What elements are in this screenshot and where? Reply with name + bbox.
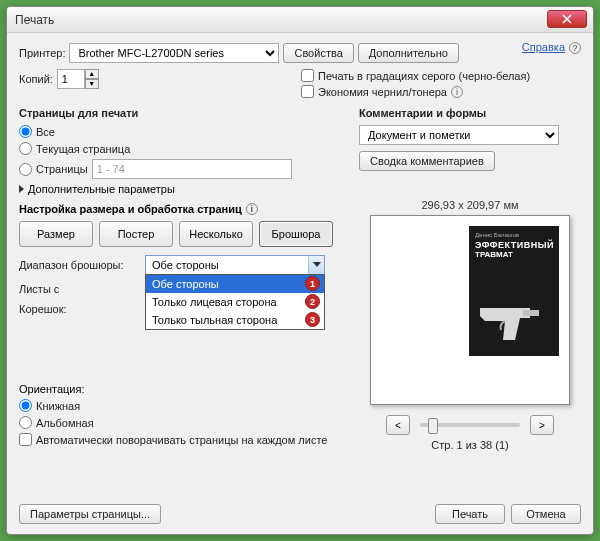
close-button[interactable] [547,10,587,28]
grayscale-label: Печать в градациях серого (черно-белая) [318,70,530,82]
preview-prev-button[interactable]: < [386,415,410,435]
pages-current-radio[interactable] [19,142,32,155]
advanced-button[interactable]: Дополнительно [358,43,459,63]
pages-group-title: Страницы для печати [19,107,339,119]
sizing-title: Настройка размера и обработка страниц [19,203,242,215]
badge-icon: 2 [305,294,320,309]
tab-size[interactable]: Размер [19,221,93,247]
info-icon: i [451,86,463,98]
booklet-range-combo[interactable]: Обе стороны [145,255,325,275]
preview-next-button[interactable]: > [530,415,554,435]
dropdown-item-label: Обе стороны [152,278,219,290]
booklet-range-dropdown: Обе стороны1 Только лицевая сторона2 Тол… [145,274,325,330]
printer-label: Принтер: [19,47,65,59]
tab-poster[interactable]: Постер [99,221,173,247]
comments-select[interactable]: Документ и пометки [359,125,559,145]
booklet-range-value: Обе стороны [152,259,219,271]
pages-all-radio[interactable] [19,125,32,138]
preview-dimensions: 296,93 x 209,97 мм [359,199,581,211]
triangle-icon [19,185,24,193]
orientation-portrait-label: Книжная [36,400,80,412]
badge-icon: 3 [305,312,320,327]
pages-range-input[interactable] [92,159,292,179]
right-column: Комментарии и формы Документ и пометки С… [359,107,581,451]
orientation-title: Ориентация: [19,383,339,395]
preview-page-status: Стр. 1 из 38 (1) [359,439,581,451]
pistol-icon [475,288,545,348]
preview-slider[interactable] [420,423,520,427]
inksave-checkbox[interactable] [301,85,314,98]
dropdown-item[interactable]: Обе стороны1 [146,275,324,293]
cover-title-1: ЭФФЕКТИВНЫЙ [475,240,553,250]
copies-input[interactable] [57,69,85,89]
info-icon: i [246,203,258,215]
orientation-portrait-radio[interactable] [19,399,32,412]
dropdown-item-label: Только тыльная сторона [152,314,277,326]
left-column: Страницы для печати Все Текущая страница… [19,107,339,451]
booklet-range-label: Диапазон брошюры: [19,259,139,271]
cover-author: Денис Балашов [475,232,553,238]
help-link[interactable]: Справка? [522,41,581,54]
autorotate-checkbox[interactable] [19,433,32,446]
print-preview: Денис Балашов ЭФФЕКТИВНЫЙ ТРАВМАТ [370,215,570,405]
print-button[interactable]: Печать [435,504,505,524]
window-title: Печать [15,13,54,27]
help-link-label: Справка [522,41,565,53]
printer-select[interactable]: Brother MFC-L2700DN series [69,43,279,63]
dropdown-item[interactable]: Только лицевая сторона2 [146,293,324,311]
preview-page: Денис Балашов ЭФФЕКТИВНЫЙ ТРАВМАТ [469,226,559,356]
help-icon: ? [569,42,581,54]
dropdown-item[interactable]: Только тыльная сторона3 [146,311,324,329]
tab-multiple[interactable]: Несколько [179,221,253,247]
grayscale-checkbox[interactable] [301,69,314,82]
copies-down-button[interactable]: ▼ [85,79,99,89]
dialog-body: Справка? Принтер: Brother MFC-L2700DN se… [7,33,593,534]
orientation-landscape-radio[interactable] [19,416,32,429]
chevron-down-icon[interactable] [308,256,324,274]
comments-title: Комментарии и формы [359,107,581,119]
pages-more-label: Дополнительные параметры [28,183,175,195]
comments-summary-button[interactable]: Сводка комментариев [359,151,495,171]
pages-range-radio[interactable] [19,163,32,176]
pages-more-expander[interactable]: Дополнительные параметры [19,183,339,195]
inksave-label: Экономия чернил/тонера [318,86,447,98]
svg-rect-0 [523,310,539,316]
titlebar: Печать [7,7,593,33]
tab-booklet[interactable]: Брошюра [259,221,333,247]
sheets-label: Листы с [19,283,139,295]
pages-all-label: Все [36,126,55,138]
print-dialog: Печать Справка? Принтер: Brother MFC-L27… [6,6,594,535]
badge-icon: 1 [305,276,320,291]
dropdown-item-label: Только лицевая сторона [152,296,277,308]
page-setup-button[interactable]: Параметры страницы... [19,504,161,524]
spine-label: Корешок: [19,303,139,315]
orientation-landscape-label: Альбомная [36,417,94,429]
autorotate-label: Автоматически поворачивать страницы на к… [36,434,327,446]
cover-title-2: ТРАВМАТ [475,250,553,259]
cancel-button[interactable]: Отмена [511,504,581,524]
copies-label: Копий: [19,73,53,85]
copies-up-button[interactable]: ▲ [85,69,99,79]
pages-current-label: Текущая страница [36,143,130,155]
properties-button[interactable]: Свойства [283,43,353,63]
pages-range-label: Страницы [36,163,88,175]
